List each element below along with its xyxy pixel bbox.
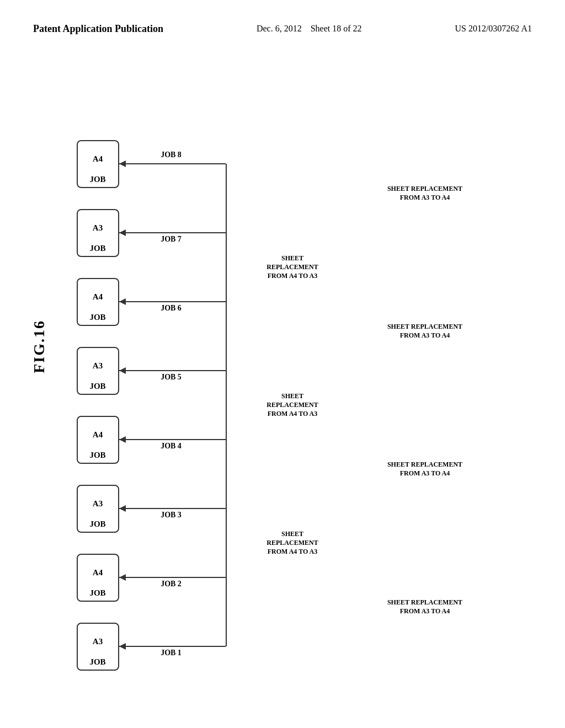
right-label-3-4-line2: FROM A3 TO A4 — [400, 469, 450, 477]
right-label-5-6-line1: SHEET REPLACEMENT — [387, 323, 462, 330]
job1-arrow-label: JOB 1 — [161, 649, 182, 657]
right-label-3-4-line1: SHEET REPLACEMENT — [387, 461, 462, 468]
arrowhead-job1 — [119, 643, 126, 650]
job3-label-line2: JOB — [89, 520, 105, 528]
job1-label-line2: JOB — [89, 657, 105, 666]
job7-arrow-label: JOB 7 — [161, 235, 182, 243]
job6-label-line1: A4 — [93, 292, 103, 301]
center-label-6-7-line1: SHEET — [281, 254, 303, 262]
job4-label-line1: A4 — [93, 430, 103, 439]
publication-title: Patent Application Publication — [33, 22, 163, 36]
arrowhead-job5 — [119, 367, 126, 374]
job7-label-line1: A3 — [93, 223, 103, 232]
arrowhead-job2 — [119, 574, 126, 581]
job4-arrow-label: JOB 4 — [161, 442, 182, 450]
center-label-2-3-line2: REPLACEMENT — [266, 539, 318, 547]
job3-label-line1: A3 — [93, 499, 103, 508]
publication-date-sheet: Dec. 6, 2012 Sheet 18 of 22 — [257, 22, 362, 35]
arrowhead-job6 — [119, 298, 126, 305]
arrowhead-job7 — [119, 229, 126, 236]
job8-label-line1: A4 — [93, 154, 103, 163]
right-label-7-8-line2: FROM A3 TO A4 — [400, 194, 450, 201]
job8-arrow-label: JOB 8 — [161, 151, 182, 159]
job7-label-line2: JOB — [89, 244, 105, 253]
center-label-2-3-line3: FROM A4 TO A3 — [268, 548, 318, 555]
right-label-5-6-line2: FROM A3 TO A4 — [400, 331, 450, 339]
figure-label: FIG.16 — [30, 320, 48, 373]
job2-label-line1: A4 — [93, 568, 103, 577]
center-label-2-3-line1: SHEET — [281, 530, 303, 538]
job4-label-line2: JOB — [89, 451, 105, 459]
right-label-7-8-line1: SHEET REPLACEMENT — [387, 185, 462, 192]
publication-number: US 2012/0307262 A1 — [455, 22, 532, 35]
center-label-6-7-line2: REPLACEMENT — [266, 263, 318, 271]
arrowhead-job3 — [119, 505, 126, 512]
job6-label-line2: JOB — [89, 313, 105, 322]
job1-label-line1: A3 — [93, 637, 103, 646]
sheet-number: Sheet 18 of 22 — [311, 24, 362, 33]
diagram: A3 JOB A4 JOB A3 JOB A4 JOB A3 JOB A4 JO… — [55, 72, 541, 711]
page-header: Patent Application Publication Dec. 6, 2… — [0, 0, 565, 36]
center-label-4-5-line3: FROM A4 TO A3 — [268, 410, 318, 417]
job2-arrow-label: JOB 2 — [161, 580, 182, 588]
arrowhead-job8 — [119, 160, 126, 167]
job5-label-line1: A3 — [93, 361, 103, 370]
arrowhead-job4 — [119, 436, 126, 443]
job6-arrow-label: JOB 6 — [161, 304, 182, 312]
center-label-4-5-line2: REPLACEMENT — [266, 401, 318, 409]
publication-date: Dec. 6, 2012 — [257, 24, 302, 33]
right-label-1-2-line2: FROM A3 TO A4 — [400, 607, 450, 615]
job5-label-line2: JOB — [89, 382, 105, 390]
center-label-6-7-line3: FROM A4 TO A3 — [268, 272, 318, 280]
right-label-1-2-line1: SHEET REPLACEMENT — [387, 598, 462, 606]
job5-arrow-label: JOB 5 — [161, 373, 182, 381]
job2-label-line2: JOB — [89, 588, 105, 597]
job3-arrow-label: JOB 3 — [161, 511, 182, 519]
job8-label-line2: JOB — [89, 175, 105, 184]
center-label-4-5-line1: SHEET — [281, 392, 303, 400]
